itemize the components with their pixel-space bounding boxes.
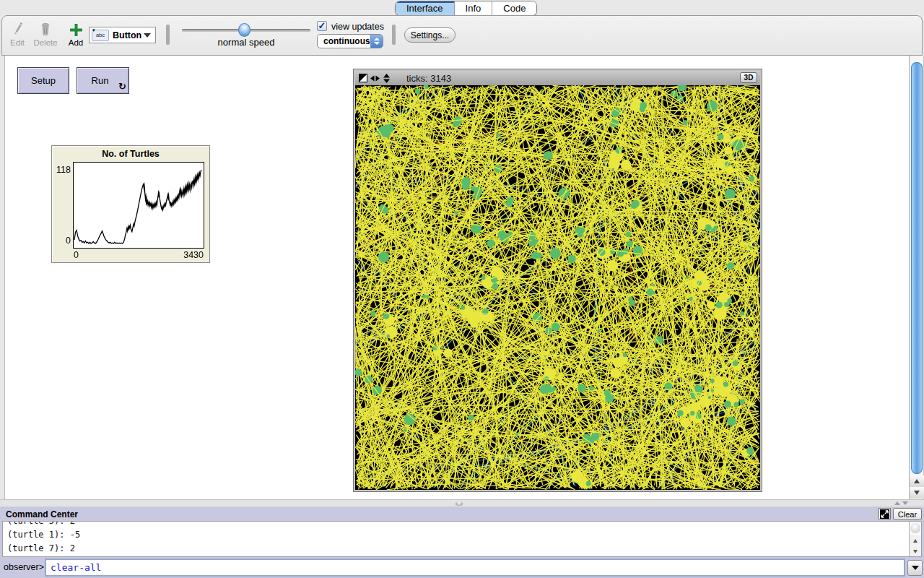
settings-button[interactable]: Settings... [404, 27, 456, 43]
splitter-arrows-icon[interactable] [894, 501, 908, 505]
tab-code[interactable]: Code [492, 1, 536, 15]
plus-icon [65, 20, 87, 36]
update-mode-value: continuous [318, 36, 370, 46]
chevron-down-icon [144, 33, 151, 38]
view-updates-checkbox[interactable]: ✓ [317, 21, 327, 31]
trash-icon [32, 20, 59, 36]
plot-widget[interactable]: No. of Turtles 118 0 0 3430 [51, 145, 210, 263]
output-scrollbar[interactable] [909, 522, 921, 556]
scroll-up-button[interactable] [910, 475, 924, 487]
plot-line-canvas [74, 163, 204, 248]
vertical-scrollbar[interactable] [909, 56, 924, 499]
command-output[interactable]: (turtle 5): 2(turtle 1): -5(turtle 7): 2 [2, 521, 922, 557]
update-mode-dropdown[interactable]: continuous [317, 34, 383, 48]
add-button[interactable]: Add [65, 20, 87, 47]
tab-interface[interactable]: Interface [396, 1, 455, 15]
speed-slider-thumb[interactable] [238, 23, 250, 37]
scroll-down-button[interactable] [910, 487, 924, 499]
output-scroll-down[interactable] [910, 546, 921, 556]
tab-info[interactable]: Info [455, 1, 493, 15]
horizontal-arrows-icon [370, 74, 380, 82]
setup-button-label: Setup [31, 75, 56, 86]
ticks-counter: ticks: 3143 [406, 73, 451, 84]
command-history-dropdown[interactable] [907, 560, 923, 576]
toolbar-separator [392, 25, 396, 45]
vertical-arrows-icon [383, 74, 391, 83]
toolbar: Edit Delete Add ▾abc Button normal speed… [1, 15, 923, 56]
down-arrow-icon [914, 491, 920, 495]
stepper-icon [370, 35, 383, 48]
plot-title: No. of Turtles [52, 149, 209, 159]
world-view[interactable]: ticks: 3143 3D [353, 69, 762, 492]
delete-button[interactable]: Delete [32, 20, 59, 47]
abc-button-icon: ▾abc [92, 30, 109, 41]
speed-slider-label: normal speed [182, 37, 310, 48]
plot-y-max: 118 [52, 165, 71, 175]
world-canvas[interactable] [355, 85, 760, 490]
clear-button[interactable]: Clear [893, 508, 922, 520]
plot-y-min: 0 [52, 236, 71, 246]
pane-splitter[interactable] [0, 499, 924, 507]
edit-button[interactable]: Edit [6, 20, 28, 47]
command-input-value: clear-all [46, 562, 101, 573]
up-arrow-icon [914, 479, 920, 483]
plot-area [73, 162, 204, 249]
view-updates-label: view updates [331, 22, 384, 32]
history-arrow-icon [912, 566, 919, 570]
command-center: Command Center Clear (turtle 5): 2(turtl… [0, 507, 924, 578]
view-3d-button[interactable]: 3D [740, 72, 757, 83]
delete-label: Delete [32, 38, 59, 47]
observer-prompt: observer> [4, 562, 44, 572]
edit-label: Edit [6, 38, 28, 47]
scrollbar-thumb[interactable] [911, 62, 923, 474]
plot-x-min: 0 [74, 250, 79, 260]
run-button[interactable]: Run ↻ [77, 67, 129, 94]
command-input[interactable]: clear-all [45, 558, 905, 577]
world-view-header: ticks: 3143 3D [355, 71, 760, 85]
command-center-title: Command Center [6, 509, 78, 519]
output-scroll-thumb[interactable] [910, 523, 920, 533]
widget-type-dropdown[interactable]: ▾abc Button [89, 27, 156, 43]
output-scroll-up[interactable] [910, 535, 921, 545]
splitter-handle-icon[interactable] [456, 501, 463, 506]
widget-type-value: Button [113, 30, 141, 40]
toolbar-separator [166, 25, 170, 45]
setup-button[interactable]: Setup [17, 67, 69, 94]
command-center-expand-button[interactable] [879, 508, 891, 519]
pencil-icon [6, 20, 28, 36]
expand-arrows-icon [880, 509, 889, 519]
plot-x-max: 3430 [153, 250, 204, 260]
tab-bar: Interface Info Code [395, 1, 537, 16]
view-corner-icon [359, 74, 367, 82]
add-label: Add [65, 38, 87, 47]
run-button-label: Run [92, 75, 109, 86]
forever-icon: ↻ [118, 81, 126, 92]
output-lines: (turtle 5): 2(turtle 1): -5(turtle 7): 2 [7, 521, 80, 556]
